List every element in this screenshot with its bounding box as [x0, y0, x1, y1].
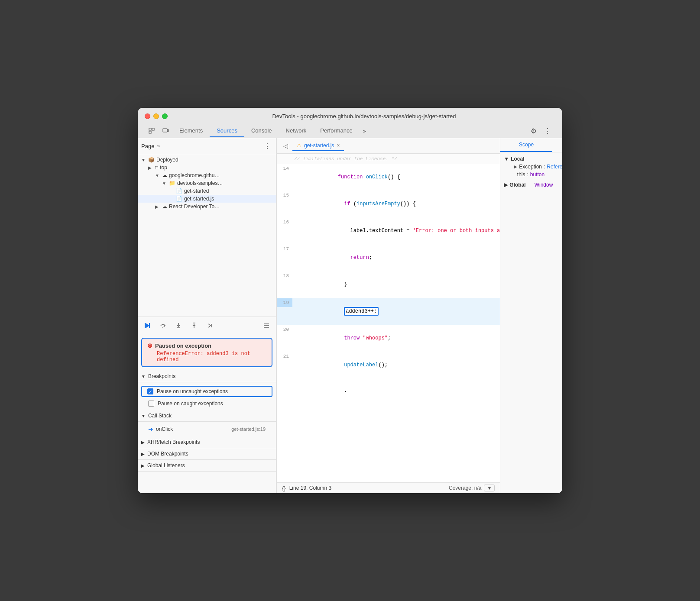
exception-title-text: Paused on exception	[155, 343, 211, 349]
scope-exception-row[interactable]: ▶ Exception : Referen…	[504, 163, 562, 171]
tab-watch[interactable]: Watch	[552, 138, 562, 152]
code-line-14: 14 function onClick() {	[277, 164, 500, 191]
maximize-button[interactable]	[162, 113, 168, 119]
tree-item-react[interactable]: ▶ ☁ React Developer To…	[138, 203, 276, 210]
tree-arrow: ▼	[141, 158, 148, 162]
callstack-arrow-icon: ▼	[141, 414, 146, 418]
tree-item-get-started-js[interactable]: 📄 get-started.js	[138, 195, 276, 203]
code-tab-get-started-js[interactable]: ⚠ get-started.js ×	[292, 141, 344, 151]
breakpoints-section-header[interactable]: ▼ Breakpoints	[138, 371, 276, 382]
code-line-18: 18 }	[277, 271, 500, 298]
scope-value: button	[530, 171, 544, 178]
scope-this-row[interactable]: this : button	[504, 171, 562, 178]
tree-label: Deployed	[156, 157, 178, 163]
minimize-button[interactable]	[153, 113, 159, 119]
code-line-22: ·	[277, 378, 500, 405]
global-listeners-section-header[interactable]: ▶ Global Listeners	[138, 460, 276, 472]
line-num: 21	[277, 352, 292, 361]
callstack-section-header[interactable]: ▼ Call Stack	[138, 410, 276, 422]
breakpoints-arrow-icon: ▼	[141, 374, 146, 379]
svg-rect-1	[167, 129, 169, 132]
folder-icon: 📁	[169, 180, 175, 186]
code-lines: // limitations under the License. */ 14 …	[277, 154, 500, 405]
xhr-label: XHR/fetch Breakpoints	[147, 439, 200, 445]
tree-item-googlechrome[interactable]: ▼ ☁ googlechrome.githu…	[138, 171, 276, 179]
line-content: if (inputsAreEmpty()) {	[292, 191, 500, 217]
xhr-arrow-icon: ▶	[141, 440, 145, 445]
close-button[interactable]	[145, 113, 150, 119]
exception-error-text: ReferenceError: addend3 is not defined	[147, 351, 266, 363]
tab-performance[interactable]: Performance	[313, 125, 359, 137]
callstack-row-onclick[interactable]: ➜ onClick get-started.js:19	[138, 423, 276, 435]
tabs-overflow[interactable]: »	[360, 125, 369, 137]
scope-colon: :	[527, 171, 528, 178]
tree-item-get-started[interactable]: 📄 get-started	[138, 187, 276, 195]
tree-arrow: ▶	[148, 165, 155, 170]
callstack-label: Call Stack	[148, 413, 172, 419]
tab-close-icon[interactable]: ×	[337, 142, 340, 149]
tab-elements[interactable]: Elements	[172, 125, 210, 137]
inspector-icon[interactable]	[145, 124, 159, 138]
format-button[interactable]: {}	[282, 485, 286, 491]
pause-uncaught-checkbox[interactable]	[147, 388, 153, 394]
step-button[interactable]	[204, 320, 216, 332]
line-content: ·	[292, 379, 500, 405]
code-line-16: 16 label.textContent = 'Error: one or bo…	[277, 217, 500, 244]
pause-uncaught-row[interactable]: Pause on uncaught exceptions	[141, 386, 272, 397]
scope-colon: :	[544, 164, 545, 170]
code-line-15: 15 if (inputsAreEmpty()) {	[277, 191, 500, 217]
line-num: 18	[277, 271, 292, 280]
code-editor[interactable]: // limitations under the License. */ 14 …	[277, 154, 500, 482]
step-out-button[interactable]	[188, 320, 200, 332]
tree-item-deployed[interactable]: ▼ 📦 Deployed	[138, 156, 276, 164]
line-content: }	[292, 271, 500, 297]
scope-arrow-icon	[514, 172, 515, 177]
exception-icon: ⊗	[147, 342, 152, 349]
sidebar-overflow[interactable]: »	[157, 143, 160, 149]
line-content: function onClick() {	[292, 164, 500, 190]
breakpoints-label: Breakpoints	[148, 373, 175, 379]
resume-button[interactable]	[141, 320, 153, 332]
tree-arrow	[169, 197, 176, 201]
more-icon[interactable]: ⋮	[541, 125, 554, 137]
line-num: 17	[277, 245, 292, 253]
tree-item-devtools-samples[interactable]: ▼ 📁 devtools-samples…	[138, 179, 276, 187]
scope-local-header[interactable]: ▼ Local	[504, 156, 562, 162]
cloud-icon: ☁	[162, 172, 167, 178]
tree-arrow: ▶	[155, 204, 162, 209]
dom-arrow-icon: ▶	[141, 452, 145, 456]
tab-console[interactable]: Console	[244, 125, 279, 137]
pause-caught-checkbox[interactable]	[148, 401, 154, 407]
devtools-body: Page » ⋮ ▼ 📦 Deployed ▶ □ top	[138, 138, 562, 493]
global-listeners-arrow-icon: ▶	[141, 463, 145, 468]
sidebar: Page » ⋮ ▼ 📦 Deployed ▶ □ top	[138, 138, 276, 493]
tab-network[interactable]: Network	[279, 125, 314, 137]
sidebar-page-label: Page	[141, 143, 154, 149]
code-line-21: 21 updateLabel();	[277, 352, 500, 378]
coverage-dropdown[interactable]: ▼	[484, 485, 495, 491]
dom-section-header[interactable]: ▶ DOM Breakpoints	[138, 448, 276, 460]
callstack-arrow-icon: ➜	[148, 426, 153, 433]
settings-icon[interactable]: ⚙	[528, 125, 540, 137]
tab-sources[interactable]: Sources	[210, 125, 244, 137]
device-icon[interactable]	[159, 124, 172, 138]
sidebar-menu-icon[interactable]: ⋮	[262, 141, 272, 151]
tab-scope[interactable]: Scope	[500, 138, 552, 152]
titlebar: DevTools - googlechrome.github.io/devtoo…	[138, 108, 562, 138]
code-tab-back-icon[interactable]: ◁	[280, 141, 291, 151]
tree-label: top	[160, 165, 167, 171]
step-into-button[interactable]	[172, 320, 185, 332]
xhr-section-header[interactable]: ▶ XHR/fetch Breakpoints	[138, 436, 276, 448]
status-bar: {} Line 19, Column 3 Coverage: n/a ▼	[277, 482, 500, 493]
scope-global-arrow: ▶	[504, 182, 508, 188]
status-bar-left: {} Line 19, Column 3	[282, 485, 331, 491]
code-panel: ◁ ⚠ get-started.js × // limitations unde…	[276, 138, 500, 493]
scope-global-header[interactable]: ▶ Global Window	[504, 182, 562, 188]
step-over-button[interactable]	[157, 320, 169, 332]
line-content: updateLabel();	[292, 352, 500, 378]
deactivate-breakpoints-button[interactable]	[260, 320, 272, 332]
exception-banner: ⊗ Paused on exception ReferenceError: ad…	[141, 338, 272, 367]
tree-item-top[interactable]: ▶ □ top	[138, 164, 276, 171]
right-tabs: Scope Watch	[500, 138, 562, 152]
pause-caught-row[interactable]: Pause on caught exceptions	[138, 399, 276, 408]
